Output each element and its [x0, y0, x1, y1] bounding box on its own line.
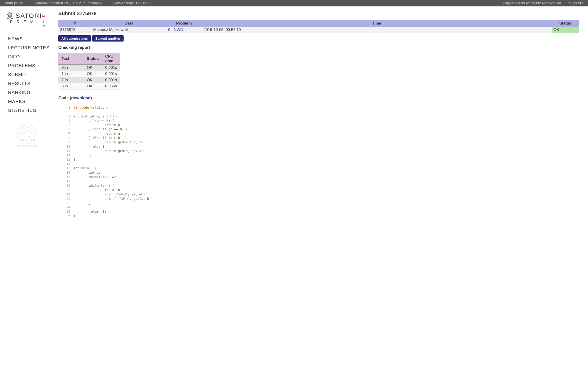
code-line: 16 int z; [63, 170, 579, 175]
cell-time: 2016-10-05, 00:57:10 [202, 27, 552, 33]
code-line: 19 while (z--) { [63, 184, 579, 188]
download-link[interactable]: download [71, 96, 90, 100]
code-line: 22 printf("%d\n", gcd(a, b)); [63, 197, 579, 201]
nav-item-results[interactable]: RESULTS [8, 81, 31, 86]
contest-link[interactable]: Selected contest PP, 2016/17 (change) [34, 0, 102, 6]
submit-another-button[interactable]: Submit another [92, 35, 124, 42]
code-line: 5 return b; [63, 123, 579, 127]
line-number: 9 [63, 140, 70, 144]
top-bar: Main page Selected contest PP, 2016/17 (… [0, 0, 588, 6]
code-line: 12 } [63, 153, 579, 158]
logged-in-text: Logged in as Mateusz Maćkowski [503, 1, 561, 5]
line-number: 20 [63, 188, 70, 192]
report-row: 1.inOK0.001s [58, 71, 120, 77]
code-line: 15int main() { [63, 166, 579, 170]
code-heading: Code (download) [58, 96, 579, 100]
code-line: 13} [63, 158, 579, 162]
col-time: Time [202, 20, 552, 27]
code-line: 23 } [63, 201, 579, 205]
code-line: 20 int a, b; [63, 188, 579, 192]
footer-border [0, 239, 588, 239]
code-line: 24 [63, 205, 579, 209]
problem-link[interactable]: 0 - NWD [168, 27, 183, 32]
nav-item-info[interactable]: INFO [8, 54, 20, 59]
report-row: 3.inOK0.056s [58, 83, 120, 90]
line-number: 12 [63, 153, 70, 158]
report-row: 2.inOK0.001s [58, 77, 120, 83]
line-number: 23 [63, 201, 70, 205]
code-line: 26} [63, 214, 579, 218]
logo-kanji: 覚 [7, 11, 14, 20]
nav-item-problems[interactable]: PROBLEMS [8, 63, 35, 68]
line-number: 8 [63, 136, 70, 140]
line-number: 18 [63, 179, 70, 184]
code-line: 2 [63, 110, 579, 114]
line-number: 17 [63, 175, 70, 179]
cell-user: Mateusz Maćkowski [91, 27, 166, 33]
nav-list: NEWSLECTURE NOTESINFOPROBLEMSSUBMITRESUL… [0, 33, 54, 113]
line-number: 7 [63, 131, 70, 136]
line-number: 24 [63, 205, 70, 209]
sign-out-link[interactable]: Sign out [569, 1, 583, 5]
line-number: 4 [63, 119, 70, 123]
nav-item-lecture-notes[interactable]: LECTURE NOTES [8, 45, 50, 50]
line-number: 22 [63, 197, 70, 201]
code-line: 4 if (a == 0) { [63, 119, 579, 123]
code-line: 18 [63, 179, 579, 184]
line-number: 19 [63, 184, 70, 188]
line-number: 15 [63, 166, 70, 170]
submit-row: 3775878 Mateusz Maćkowski 0 - NWD 2016-1… [58, 27, 579, 33]
line-number: 1 [63, 106, 70, 110]
tcs-logo[interactable]: THEORETICAL COMPUTER SCIENCE Jagiellonia… [0, 125, 54, 147]
sidebar: 覚 SATORI ω P R E M I U M NEWSLECTURE NOT… [0, 6, 54, 227]
col-id: # [58, 20, 91, 27]
line-number: 13 [63, 158, 70, 162]
logo[interactable]: 覚 SATORI ω P R E M I U M [0, 11, 54, 33]
code-line: 17 scanf("%d", &z); [63, 175, 579, 179]
code-line: 6 } else if (b == 0) { [63, 127, 579, 131]
line-number: 21 [63, 192, 70, 197]
col-user: User [91, 20, 166, 27]
hr [63, 92, 579, 92]
line-number: 5 [63, 123, 70, 127]
nav-item-ranking[interactable]: RANKING [8, 90, 31, 95]
report-table: Test Status CPU time 0.inOK0.001s1.inOK0… [58, 53, 120, 90]
line-number: 16 [63, 170, 70, 175]
line-number: 2 [63, 110, 70, 114]
server-time: Server time: 17:10:33 [113, 0, 151, 6]
all-submissions-button[interactable]: All submissions [58, 35, 91, 42]
code-line: 14 [63, 162, 579, 166]
cell-status: OK [552, 27, 579, 33]
content: Submit 3775878 # User Problem Time Statu… [54, 6, 588, 227]
cell-problem: 0 - NWD [166, 27, 202, 33]
report-row: 0.inOK0.001s [58, 65, 120, 71]
code-line: 11 return gcd(a, b % a); [63, 149, 579, 153]
nav-item-statistics[interactable]: STATISTICS [8, 108, 36, 113]
nav-item-marks[interactable]: MARKS [8, 99, 26, 104]
col-rstatus: Status [84, 53, 102, 65]
logo-subtitle: P R E M I U M [7, 20, 47, 28]
code-line: 25 return 0; [63, 209, 579, 214]
page-title: Submit 3775878 [58, 10, 579, 17]
line-number: 26 [63, 214, 70, 218]
code-line: 1#include <stdio.h> [63, 106, 579, 110]
line-number: 25 [63, 209, 70, 214]
submit-table: # User Problem Time Status 3775878 Mateu… [58, 20, 579, 33]
code-line: 8 } else if (a > b) { [63, 136, 579, 140]
code-block: 1#include <stdio.h>23int gcd(int a, int … [63, 104, 579, 218]
logo-brand: SATORI [16, 12, 42, 19]
code-line: 7 return a; [63, 131, 579, 136]
code-line: 10 } else { [63, 144, 579, 149]
report-heading: Checking report [58, 45, 579, 50]
line-number: 11 [63, 149, 70, 153]
nav-item-news[interactable]: NEWS [8, 36, 23, 41]
nav-item-submit[interactable]: SUBMIT [8, 72, 27, 77]
tcs-arc-icon [17, 125, 37, 135]
col-test: Test [58, 53, 84, 65]
cell-id: 3775878 [58, 27, 91, 33]
code-line: 3int gcd(int a, int b) { [63, 114, 579, 119]
line-number: 6 [63, 127, 70, 131]
main-page-link[interactable]: Main page [5, 0, 23, 6]
col-problem: Problem [166, 20, 202, 27]
line-number: 3 [63, 114, 70, 119]
